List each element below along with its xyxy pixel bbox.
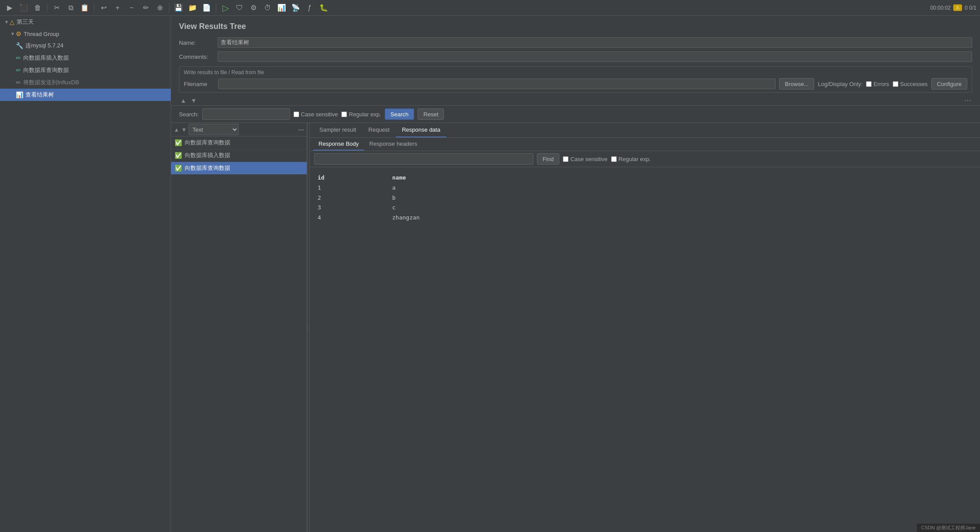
errors-checkbox[interactable] [866, 81, 872, 87]
successes-checkbox-label[interactable]: Successes [893, 81, 928, 87]
up-arrow-btn-2[interactable]: ▲ [174, 126, 179, 133]
chart-icon[interactable]: 📊 [275, 2, 288, 14]
debug-icon[interactable]: 🐛 [318, 2, 330, 14]
find-input[interactable] [314, 153, 533, 165]
template-icon[interactable]: 📄 [200, 2, 213, 14]
add-icon[interactable]: + [111, 2, 124, 14]
sidebar-item-influxdb[interactable]: ✏ 将数据发送到InfluxDB [0, 76, 171, 89]
script-icon-query: ✏ [16, 67, 21, 74]
stop-icon[interactable]: ⬛ [18, 2, 30, 14]
shield-icon[interactable]: 🛡 [233, 2, 246, 14]
search-row: Search: Case sensitive Regular exp. Sear… [171, 106, 980, 123]
down-arrow-btn-2[interactable]: ▼ [181, 126, 187, 133]
result-label-0: 向数据库查询数据 [185, 139, 230, 147]
results-list: ✅ 向数据库查询数据 ✅ 向数据库插入数据 ✅ 向数据库查询数据 [171, 137, 307, 532]
find-case-sensitive-label[interactable]: Case sensitive [563, 156, 608, 162]
subtab-response-body[interactable]: Response Body [313, 138, 364, 151]
sidebar-item-label-insert: 向数据库插入数据 [23, 54, 69, 62]
successes-checkbox[interactable] [893, 81, 898, 87]
tab-sampler-result[interactable]: Sampler result [313, 123, 362, 137]
main-layout: ▼ △ 第三天 ▼ ⚙ Thread Group 🔧 连mysql 5.7.24… [0, 16, 980, 532]
sidebar-item-connect-mysql[interactable]: 🔧 连mysql 5.7.24 [0, 40, 171, 52]
response-content: id name 1 a 2 b 3 c 4 zhangzan [310, 167, 980, 532]
expand-icon-thread: ▼ [10, 31, 16, 36]
filename-input[interactable] [218, 79, 776, 89]
comments-input[interactable] [218, 51, 972, 62]
row-2-name: c [392, 203, 972, 212]
errors-checkbox-label[interactable]: Errors [866, 81, 889, 87]
open-icon[interactable]: 📁 [186, 2, 199, 14]
undo-icon[interactable]: ↩ [97, 2, 110, 14]
jdbc-icon: 🔧 [16, 42, 23, 49]
result-item-1[interactable]: ✅ 向数据库插入数据 [171, 149, 307, 162]
start-icon[interactable]: ▷ [219, 2, 232, 14]
script-icon-influx: ✏ [16, 79, 21, 86]
list-dots: ⋯ [298, 126, 304, 133]
case-sensitive-checkbox[interactable] [293, 111, 299, 117]
reset-button[interactable]: Reset [418, 108, 444, 120]
configure-button[interactable]: Configure [931, 78, 967, 90]
clear-icon[interactable]: 🗑 [32, 2, 44, 14]
warning-badge: ⚠ [953, 4, 962, 11]
row-1-id: 2 [318, 194, 383, 203]
result-item-0[interactable]: ✅ 向数据库查询数据 [171, 137, 307, 149]
result-item-2[interactable]: ✅ 向数据库查询数据 [171, 162, 307, 175]
cut-icon[interactable]: ✂ [50, 2, 63, 14]
regular-exp-text: Regular exp. [349, 111, 381, 118]
save-icon[interactable]: 💾 [172, 2, 185, 14]
function-icon[interactable]: ƒ [304, 2, 316, 14]
results-list-toolbar: ▲ ▼ Text HTML JSON XML Regexp Tester ⋯ [171, 123, 307, 137]
sidebar-item-view-results[interactable]: 📊 查看结果树 [0, 89, 171, 101]
errors-label: Errors [873, 81, 889, 87]
log-display-label: Log/Display Only: [818, 81, 862, 87]
sidebar-item-insert-data[interactable]: ✏ 向数据库插入数据 [0, 52, 171, 64]
find-bar: Find Case sensitive Regular exp. [310, 151, 980, 167]
case-sensitive-label[interactable]: Case sensitive [293, 111, 338, 118]
find-regular-exp-label[interactable]: Regular exp. [611, 156, 651, 162]
results-area: ▲ ▼ Text HTML JSON XML Regexp Tester ⋯ ✅ [171, 123, 980, 532]
remove-icon[interactable]: − [125, 2, 138, 14]
target-icon[interactable]: ⊕ [154, 2, 166, 14]
find-case-sensitive-checkbox[interactable] [563, 156, 569, 162]
name-row: Name: [171, 36, 980, 50]
search-input[interactable] [202, 108, 290, 120]
sidebar-item-query-data[interactable]: ✏ 向数据库查询数据 [0, 64, 171, 76]
find-regular-exp-text: Regular exp. [619, 156, 651, 162]
result-label-1: 向数据库插入数据 [185, 151, 230, 159]
name-input[interactable] [218, 37, 972, 48]
sidebar-item-thread-group[interactable]: ▼ ⚙ Thread Group [0, 28, 171, 40]
regular-exp-label[interactable]: Regular exp. [341, 111, 381, 118]
root-icon: △ [10, 18, 14, 25]
tab-response-data[interactable]: Response data [396, 123, 446, 137]
sidebar-item-label-day3: 第三天 [17, 18, 34, 26]
search-button[interactable]: Search [385, 108, 414, 120]
up-arrow-btn-1[interactable]: ▲ [179, 97, 188, 104]
copy-icon[interactable]: ⧉ [64, 2, 77, 14]
format-select[interactable]: Text HTML JSON XML Regexp Tester [189, 124, 239, 135]
pencil-icon[interactable]: ✏ [139, 2, 152, 14]
result-label-2: 向数据库查询数据 [185, 164, 230, 172]
sidebar-item-label-results: 查看结果树 [25, 91, 54, 99]
remote-icon[interactable]: 📡 [290, 2, 302, 14]
sub-tabs: Response Body Response headers [310, 138, 980, 151]
run-icon[interactable]: ▶ [4, 2, 16, 14]
comments-row: Comments: [171, 50, 980, 64]
subtab-response-headers[interactable]: Response headers [364, 138, 422, 151]
gear-icon[interactable]: ⚙ [247, 2, 260, 14]
sidebar-item-day3[interactable]: ▼ △ 第三天 [0, 16, 171, 28]
regular-exp-checkbox[interactable] [341, 111, 347, 117]
comments-label: Comments: [179, 54, 214, 60]
browse-button[interactable]: Browse... [779, 78, 814, 90]
find-button[interactable]: Find [537, 153, 559, 165]
tab-request[interactable]: Request [362, 123, 396, 137]
down-arrow-btn-1[interactable]: ▼ [190, 97, 198, 104]
bottom-bar: CSDN @测试工程师Jane [917, 524, 980, 532]
paste-icon[interactable]: 📋 [79, 2, 91, 14]
toolbar-time-area: 00:00:02 ⚠ 0 0/1 [930, 4, 976, 11]
response-table: id name 1 a 2 b 3 c 4 zhangzan [318, 173, 972, 223]
col-header-id: id [318, 173, 383, 183]
success-icon-1: ✅ [175, 152, 182, 159]
timer-icon[interactable]: ⏱ [261, 2, 274, 14]
filename-label: Filename [184, 81, 215, 87]
find-regular-exp-checkbox[interactable] [611, 156, 617, 162]
